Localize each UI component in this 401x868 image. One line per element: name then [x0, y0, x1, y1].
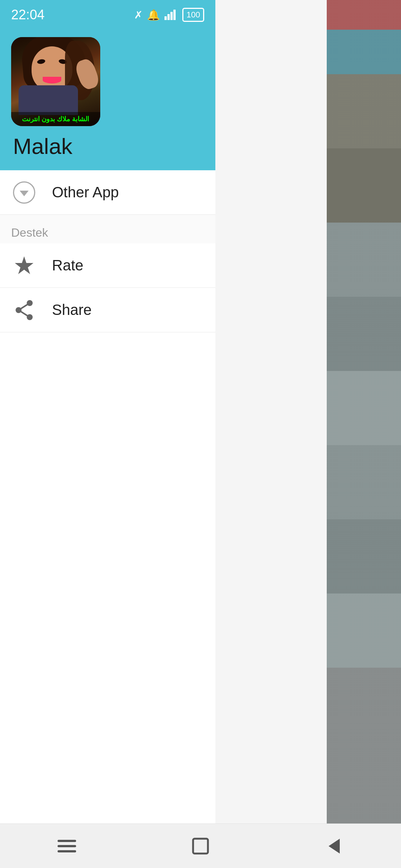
- mute-icon: 🔔: [147, 9, 160, 21]
- status-bar: 22:04 ✗ 🔔 100: [0, 0, 215, 30]
- nav-bar: [0, 823, 401, 868]
- share-icon: [11, 297, 37, 323]
- svg-rect-13: [193, 839, 208, 854]
- svg-marker-14: [329, 839, 340, 854]
- lips: [43, 77, 61, 83]
- svg-line-8: [19, 303, 30, 310]
- svg-rect-2: [170, 12, 173, 20]
- nav-home-button[interactable]: [186, 831, 215, 861]
- status-icons: ✗ 🔔 100: [134, 8, 204, 22]
- nav-back-button[interactable]: [319, 831, 349, 861]
- woman-silhouette: الشابة ملاك بدون انترنت: [11, 37, 100, 126]
- drawer-panel: 22:04 ✗ 🔔 100: [0, 0, 215, 868]
- menu-list: Other App Destek Rate: [0, 170, 215, 868]
- body: [19, 85, 78, 115]
- svg-rect-1: [167, 14, 170, 20]
- rate-menu-item[interactable]: Rate: [0, 243, 215, 288]
- star-icon: [11, 253, 37, 279]
- signal-icon: [164, 10, 178, 20]
- nav-menu-button[interactable]: [52, 831, 82, 861]
- background-overlay: [327, 0, 401, 868]
- app-thumbnail: الشابة ملاك بدون انترنت: [11, 37, 100, 126]
- other-app-label: Other App: [52, 184, 119, 201]
- svg-line-9: [19, 310, 30, 317]
- share-label: Share: [52, 302, 92, 318]
- destek-section-header: Destek: [0, 215, 215, 243]
- status-time: 22:04: [11, 7, 45, 23]
- left-eye: [37, 59, 46, 65]
- destek-section-title: Destek: [11, 226, 48, 239]
- other-app-menu-item[interactable]: Other App: [0, 170, 215, 215]
- thumbnail-text: الشابة ملاك بدون انترنت: [22, 115, 89, 123]
- app-banner: الشابة ملاك بدون انترنت: [11, 37, 204, 126]
- rate-label: Rate: [52, 257, 84, 274]
- svg-rect-10: [58, 840, 76, 842]
- svg-rect-11: [58, 845, 76, 847]
- svg-marker-4: [15, 256, 33, 274]
- circle-down-icon: [11, 180, 37, 206]
- svg-rect-3: [173, 10, 176, 20]
- thumbnail-label: الشابة ملاك بدون انترنت: [11, 112, 100, 126]
- svg-rect-0: [164, 16, 167, 20]
- app-title: Malak: [11, 134, 204, 159]
- bluetooth-icon: ✗: [134, 9, 143, 21]
- app-header: الشابة ملاك بدون انترنت Malak: [0, 30, 215, 170]
- share-menu-item[interactable]: Share: [0, 288, 215, 332]
- svg-rect-12: [58, 850, 76, 852]
- down-arrow: [20, 191, 29, 196]
- battery-icon: 100: [182, 8, 204, 22]
